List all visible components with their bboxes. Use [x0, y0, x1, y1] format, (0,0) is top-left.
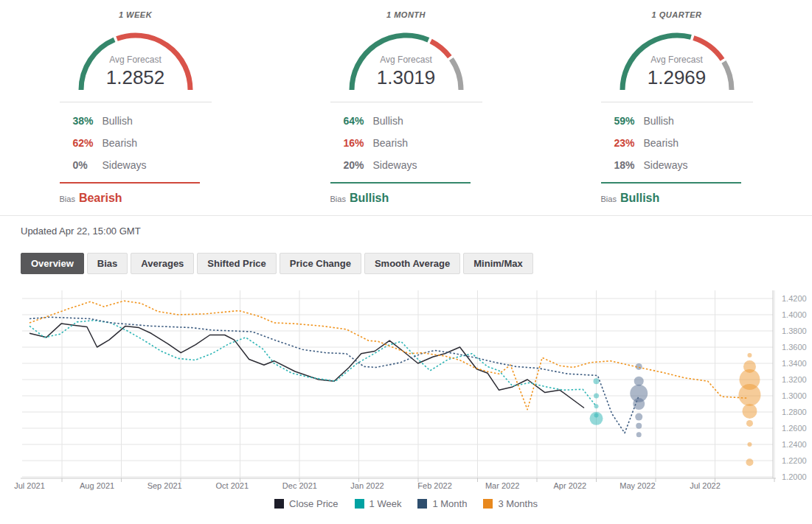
card-divider: [601, 102, 753, 102]
x-axis-label: Aug 2021: [80, 481, 114, 490]
y-axis-label: 1.2800: [782, 408, 807, 416]
y-axis-label: 1.2200: [782, 456, 807, 465]
x-axis-label: Apr 2022: [553, 481, 586, 490]
bearish-row: 62%Bearish: [60, 132, 212, 154]
legend-item-close-price[interactable]: Close Price: [274, 498, 338, 509]
forecast-bubble: [746, 420, 753, 427]
bearish-pct: 23%: [614, 137, 644, 149]
forecast-bubble: [747, 353, 752, 357]
one-week-swatch-icon: [355, 499, 364, 509]
gauge-1-month: Avg Forecast 1.3019: [344, 25, 469, 94]
forecast-bubble: [742, 404, 757, 419]
one-month-swatch-icon: [417, 499, 427, 509]
forecast-card-1-quarter: 1 QUARTER Avg Forecast 1.2969 59%Bullish…: [541, 10, 812, 205]
avg-forecast-value: 1.2852: [73, 66, 198, 89]
bias-value: Bullish: [620, 192, 659, 205]
series-line-close-price: [30, 324, 584, 408]
forecast-bubble: [636, 423, 642, 429]
bullish-pct: 38%: [73, 115, 103, 127]
bearish-pct: 16%: [344, 137, 373, 149]
y-axis-label: 1.3800: [782, 326, 807, 335]
updated-timestamp: Updated Apr 22, 15:00 GMT: [21, 226, 812, 237]
bias-underline: [601, 182, 741, 184]
y-axis-label: 1.2600: [782, 424, 807, 433]
forecast-bubble: [738, 384, 760, 406]
sideways-row: 18%Sideways: [601, 154, 753, 176]
sideways-pct: 18%: [614, 159, 644, 171]
x-axis-label: May 2022: [620, 481, 655, 490]
tab-bias[interactable]: Bias: [87, 253, 128, 274]
bearish-pct: 62%: [73, 137, 103, 149]
y-axis-label: 1.2000: [782, 472, 807, 481]
bias-value: Bullish: [350, 192, 389, 205]
bullish-row: 64%Bullish: [330, 110, 482, 132]
tab-overview[interactable]: Overview: [21, 253, 84, 274]
chart-tabs: Overview Bias Averages Shifted Price Pri…: [21, 253, 812, 274]
series-line-1-month: [30, 317, 639, 433]
legend-label: 3 Months: [498, 498, 537, 509]
bias-row: Bias Bullish: [330, 192, 482, 205]
card-divider: [60, 102, 212, 102]
gridlines: [22, 290, 774, 482]
x-axis-label: Dec 2021: [282, 481, 317, 490]
bias-word: Bias: [330, 195, 346, 203]
forecast-bubble: [594, 378, 600, 384]
y-axis-label: 1.2400: [782, 440, 807, 449]
x-axis-label: Sep 2021: [148, 481, 182, 490]
bullish-label: Bullish: [644, 115, 674, 127]
y-axis-labels: 1.42001.40001.38001.36001.34001.32001.30…: [782, 294, 807, 481]
forecast-bubbles-1-month: [630, 363, 648, 437]
bearish-row: 23%Bearish: [601, 132, 753, 154]
forecast-overview-chart[interactable]: 1.42001.40001.38001.36001.34001.32001.30…: [0, 287, 812, 497]
forecast-bubble: [746, 458, 753, 466]
bullish-row: 59%Bullish: [601, 110, 753, 132]
card-title: 1 WEEK: [60, 10, 212, 19]
bias-value: Bearish: [79, 192, 122, 205]
close-price-swatch-icon: [274, 499, 284, 509]
forecast-bubble: [594, 413, 599, 417]
forecast-cards-row: 1 WEEK Avg Forecast 1.2852 38%Bullish 62…: [0, 0, 812, 205]
y-axis-label: 1.3400: [782, 359, 807, 368]
tab-minim-max[interactable]: Minim/Max: [463, 253, 532, 274]
tab-averages[interactable]: Averages: [131, 253, 194, 274]
avg-forecast-label: Avg Forecast: [73, 55, 198, 65]
sideways-pct: 0%: [73, 159, 103, 171]
sideways-label: Sideways: [644, 159, 688, 171]
x-axis-label: Oct 2021: [215, 481, 249, 490]
legend-item-3-months[interactable]: 3 Months: [483, 498, 537, 509]
avg-forecast-label: Avg Forecast: [344, 55, 469, 65]
tab-smooth-average[interactable]: Smooth Average: [364, 253, 460, 274]
x-axis-labels: Jul 2021Aug 2021Sep 2021Oct 2021Dec 2021…: [14, 481, 721, 490]
y-axis-label: 1.3600: [782, 343, 807, 352]
x-axis-label: Feb 2022: [417, 481, 451, 490]
bias-row: Bias Bullish: [601, 192, 753, 205]
legend-label: 1 Month: [432, 498, 467, 509]
bullish-row: 38%Bullish: [60, 110, 212, 132]
card-title: 1 MONTH: [330, 10, 482, 19]
bias-word: Bias: [601, 195, 617, 203]
forecast-bubble: [636, 432, 642, 437]
section-divider: [0, 215, 812, 216]
forecast-bubble: [633, 398, 645, 410]
x-axis-label: Jan 2022: [350, 481, 384, 490]
bias-underline: [330, 182, 471, 184]
bullish-label: Bullish: [373, 115, 403, 127]
sideways-pct: 20%: [344, 159, 373, 171]
sideways-row: 20%Sideways: [330, 154, 482, 176]
bullish-pct: 64%: [344, 115, 373, 127]
avg-forecast-value: 1.2969: [614, 66, 740, 89]
sideways-label: Sideways: [103, 159, 147, 171]
forecast-bubble: [635, 413, 642, 421]
gauge-1-quarter: Avg Forecast 1.2969: [614, 25, 740, 94]
legend-label: 1 Week: [369, 498, 402, 509]
three-months-swatch-icon: [483, 499, 493, 509]
forecast-bubble: [594, 404, 599, 408]
legend-item-1-month[interactable]: 1 Month: [417, 498, 467, 509]
tab-shifted-price[interactable]: Shifted Price: [197, 253, 276, 274]
card-divider: [330, 102, 482, 102]
legend-item-1-week[interactable]: 1 Week: [355, 498, 402, 509]
tab-price-change[interactable]: Price Change: [280, 253, 361, 274]
y-axis-label: 1.4200: [782, 294, 807, 303]
avg-forecast-value: 1.3019: [344, 66, 469, 89]
chart-legend: Close Price 1 Week 1 Month 3 Months: [0, 498, 812, 509]
